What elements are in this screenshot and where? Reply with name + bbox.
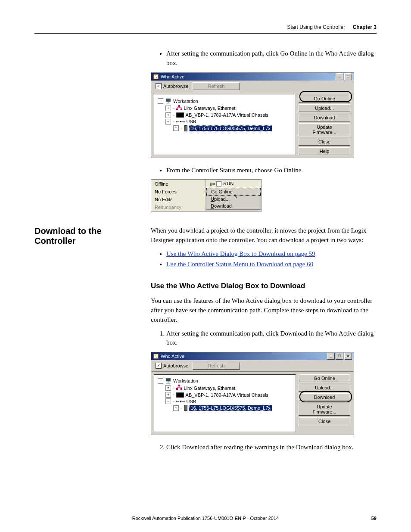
svg-rect-5 — [181, 109, 182, 110]
status-no-edits: No Edits — [151, 196, 206, 203]
tree-vbp[interactable]: AB_VBP-1, 1789-A17/A Virtual Chassis — [186, 112, 268, 118]
download-steps: After setting the communication path, cl… — [151, 329, 377, 348]
titlebar: Who Active _ □ — [151, 73, 354, 81]
controller-slot-icon — [184, 405, 187, 411]
tree-linx[interactable]: Linx Gateways, Ethernet — [184, 386, 236, 391]
status-redundancy: Redundancy — [151, 203, 206, 211]
network-icon — [176, 385, 182, 391]
go-online-button[interactable]: Go Online — [299, 374, 350, 382]
autobrowse-label: Autobrowse — [163, 84, 188, 89]
expand-icon[interactable]: + — [165, 106, 171, 111]
refresh-button[interactable]: Refresh — [193, 362, 240, 370]
network-icon — [176, 105, 182, 112]
tree-linx[interactable]: Linx Gateways, Ethernet — [184, 106, 236, 111]
autobrowse-checkbox[interactable]: ✓ Autobrowse — [156, 83, 188, 89]
app-icon — [153, 353, 159, 359]
tree-selected-controller[interactable]: 16, 1756-L75 LOGIX5575, Demo_L7x — [189, 405, 272, 411]
section-heading-download: Download to the Controller — [34, 226, 138, 246]
device-tree[interactable]: − 🖥️ Workstation + ·· Linx Gateways, — [154, 374, 296, 432]
workstation-icon: 🖥️ — [165, 378, 171, 384]
intro-bullets-2: From the Controller Status menu, choose … — [151, 166, 377, 175]
svg-rect-0 — [154, 75, 158, 79]
footer-text: Rockwell Automation Publication 1756-UM0… — [132, 516, 279, 521]
chapter-label: Chapter 3 — [353, 24, 377, 30]
tree-selected-controller[interactable]: 16, 1756-L75 LOGIX5575, Demo_L7x — [189, 125, 272, 131]
step-2: Click Download after reading the warning… — [166, 443, 377, 452]
expand-icon[interactable]: + — [165, 112, 171, 118]
page-footer: Rockwell Automation Publication 1756-UM0… — [34, 516, 377, 521]
go-online-button[interactable]: Go Online — [299, 95, 350, 103]
status-offline: Offline — [151, 180, 206, 188]
collapse-icon[interactable]: − — [158, 98, 163, 104]
intro-bullets: After setting the communication path, cl… — [151, 49, 377, 68]
step-1: After setting the communication path, cl… — [166, 329, 377, 348]
svg-rect-6 — [154, 354, 158, 358]
svg-rect-4 — [176, 109, 178, 110]
close-window-button[interactable]: × — [344, 353, 352, 360]
maximize-button[interactable]: □ — [344, 73, 352, 80]
usb-icon: ⟵•⟶ — [176, 119, 185, 124]
app-icon — [153, 74, 159, 80]
tree-vbp[interactable]: AB_VBP-1, 1789-A17/A Virtual Chassis — [186, 392, 268, 398]
expand-icon[interactable]: + — [173, 125, 179, 131]
download-button[interactable]: Download — [299, 393, 350, 401]
download-steps-cont: Click Download after reading the warning… — [151, 443, 377, 452]
tree-usb[interactable]: USB — [186, 399, 196, 404]
download-button[interactable]: Download — [299, 114, 350, 121]
upload-button[interactable]: Upload... — [299, 384, 350, 392]
autobrowse-label: Autobrowse — [163, 363, 188, 368]
link-status-menu-download[interactable]: Use the Controller Status Menu to Downlo… — [166, 261, 313, 268]
expand-icon[interactable]: + — [173, 405, 179, 411]
svg-rect-9 — [178, 385, 180, 386]
who-active-screenshot-2: Who Active _ □ × ✓ Autobrowse Refresh — [151, 352, 354, 435]
collapse-icon[interactable]: − — [158, 378, 163, 384]
svg-rect-8 — [156, 357, 157, 358]
tree-workstation[interactable]: Workstation — [173, 99, 198, 104]
maximize-button[interactable]: □ — [336, 353, 343, 360]
update-firmware-button[interactable]: Update Firmware... — [299, 123, 350, 136]
svg-rect-2 — [156, 77, 157, 78]
close-button[interactable]: Close — [299, 138, 350, 146]
page-header: Start Using the Controller Chapter 3 — [34, 24, 377, 34]
upload-button[interactable]: Upload... — [299, 104, 350, 112]
help-button[interactable]: Help — [299, 147, 350, 155]
svg-rect-3 — [178, 105, 180, 107]
titlebar: Who Active _ □ × — [151, 352, 354, 360]
collapse-icon[interactable]: − — [165, 398, 171, 404]
expand-icon[interactable]: + — [165, 392, 171, 398]
expand-icon[interactable]: + — [165, 385, 171, 391]
workstation-icon: 🖥️ — [165, 98, 171, 104]
svg-rect-7 — [155, 355, 156, 356]
svg-rect-11 — [181, 388, 182, 390]
svg-rect-1 — [155, 75, 156, 76]
close-button[interactable]: Close — [299, 417, 350, 425]
tree-usb[interactable]: USB — [186, 119, 196, 124]
collapse-icon[interactable]: − — [165, 119, 171, 124]
page-number: 59 — [371, 516, 377, 521]
tree-workstation[interactable]: Workstation — [173, 378, 198, 383]
bullet-status-menu: From the Controller Status menu, choose … — [166, 166, 377, 175]
window-title: Who Active — [161, 74, 336, 79]
who-active-download-paragraph: You can use the features of the Who Acti… — [151, 296, 377, 324]
who-active-screenshot-1: Who Active _ □ ✓ Autobrowse Refresh — [151, 72, 354, 158]
module-icon — [176, 392, 184, 398]
minimize-button[interactable]: _ — [327, 353, 335, 360]
menu-download[interactable]: Download — [206, 202, 261, 209]
controller-slot-icon — [184, 125, 187, 131]
window-title: Who Active — [161, 354, 327, 359]
status-run: ▯▫ RUN — [206, 180, 262, 188]
minimize-button[interactable]: _ — [336, 73, 343, 80]
download-intro-paragraph: When you download a project to the contr… — [151, 226, 377, 245]
bullet-go-online: After setting the communication path, cl… — [166, 49, 377, 68]
refresh-button[interactable]: Refresh — [193, 82, 240, 90]
controller-status-screenshot: Offline ▯▫ RUN No Forces Go Online Uploa… — [151, 179, 262, 212]
section-title: Start Using the Controller — [287, 24, 346, 30]
svg-rect-10 — [176, 388, 178, 390]
autobrowse-checkbox[interactable]: ✓ Autobrowse — [156, 363, 188, 369]
device-tree[interactable]: − 🖥️ Workstation + ·· Linx Gateways, Eth… — [154, 95, 296, 155]
module-icon — [176, 112, 184, 118]
update-firmware-button[interactable]: Update Firmware... — [299, 403, 350, 416]
link-who-active-download[interactable]: Use the Who Active Dialog Box to Downloa… — [166, 250, 315, 257]
cursor-icon: ↖ — [233, 193, 238, 199]
subheading-who-active-download: Use the Who Active Dialog Box to Downloa… — [151, 282, 377, 290]
